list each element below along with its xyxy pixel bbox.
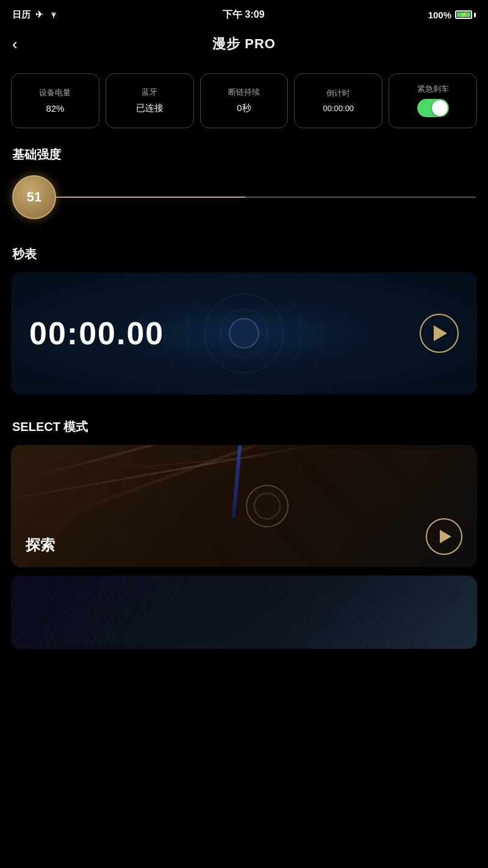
mode-cards-container: 探索	[0, 445, 488, 661]
slider-track[interactable]	[56, 197, 476, 198]
page-title: 漫步 PRO	[212, 35, 276, 53]
device-battery-label: 设备电量	[39, 88, 71, 98]
emergency-brake-label: 紧急刹车	[417, 84, 449, 95]
wifi-icon	[48, 10, 59, 20]
stopwatch-display: 00:00.00	[29, 315, 420, 352]
device-battery-value: 82%	[46, 103, 64, 114]
countdown-card[interactable]: 倒计时 00:00:00	[294, 73, 382, 128]
bluetooth-label: 蓝牙	[142, 87, 157, 98]
toggle-thumb	[432, 100, 448, 116]
slider-thumb[interactable]: 51	[12, 175, 56, 219]
battery-percent: 100%	[428, 10, 451, 20]
back-button[interactable]: ‹	[12, 35, 18, 54]
emergency-brake-toggle[interactable]	[417, 99, 449, 117]
chain-break-card[interactable]: 断链持续 0秒	[200, 73, 289, 128]
nav-bar: ‹ 漫步 PRO	[0, 27, 488, 61]
explore-play-button[interactable]	[426, 518, 462, 555]
stopwatch-card: 00:00.00	[11, 272, 477, 394]
stopwatch-label: 秒表	[0, 240, 488, 272]
chain-break-value: 0秒	[237, 103, 251, 114]
bluetooth-value: 已连接	[136, 103, 163, 114]
explore-card-content: 探索	[11, 445, 477, 567]
stopwatch-content: 00:00.00	[11, 272, 477, 394]
countdown-value: 00:00:00	[323, 104, 354, 113]
slider-container[interactable]: 51	[12, 173, 476, 222]
emergency-brake-card[interactable]: 紧急刹车	[389, 73, 477, 128]
select-mode-section: SELECT 模式 探索	[0, 413, 488, 661]
explore-mode-label: 探索	[26, 535, 55, 555]
status-right: 100% ⚡	[428, 10, 476, 20]
info-cards-row: 设备电量 82% 蓝牙 已连接 断链持续 0秒 倒计时 00:00:00 紧急刹…	[0, 61, 488, 140]
select-mode-label: SELECT 模式	[0, 413, 488, 445]
play-icon	[434, 325, 447, 341]
slider-section: 51	[0, 173, 488, 240]
status-bar: 日历 ✈ 下午 3:09 100% ⚡	[0, 0, 488, 27]
second-mode-card[interactable]	[11, 576, 477, 649]
base-intensity-label: 基础强度	[0, 140, 488, 173]
battery-icon: ⚡	[455, 10, 476, 19]
airplane-icon: ✈	[35, 9, 43, 20]
explore-mode-card[interactable]: 探索	[11, 445, 477, 567]
slider-fill	[56, 197, 245, 198]
stopwatch-play-button[interactable]	[420, 314, 459, 353]
chain-break-label: 断链持续	[228, 87, 260, 98]
slider-value: 51	[27, 189, 41, 205]
bluetooth-card[interactable]: 蓝牙 已连接	[106, 73, 194, 128]
status-time: 下午 3:09	[223, 9, 264, 21]
calendar-icon: 日历	[12, 9, 30, 21]
stopwatch-container: 00:00.00	[0, 272, 488, 413]
explore-play-icon	[440, 530, 451, 543]
status-left: 日历 ✈	[12, 9, 59, 21]
stopwatch-section: 秒表 00:00.00	[0, 240, 488, 413]
svg-point-0	[53, 16, 54, 18]
second-mode-content	[11, 576, 477, 649]
countdown-label: 倒计时	[326, 89, 350, 99]
stopwatch-center-dot	[229, 318, 259, 349]
base-intensity-section: 基础强度 51	[0, 140, 488, 240]
device-battery-card[interactable]: 设备电量 82%	[11, 73, 99, 128]
